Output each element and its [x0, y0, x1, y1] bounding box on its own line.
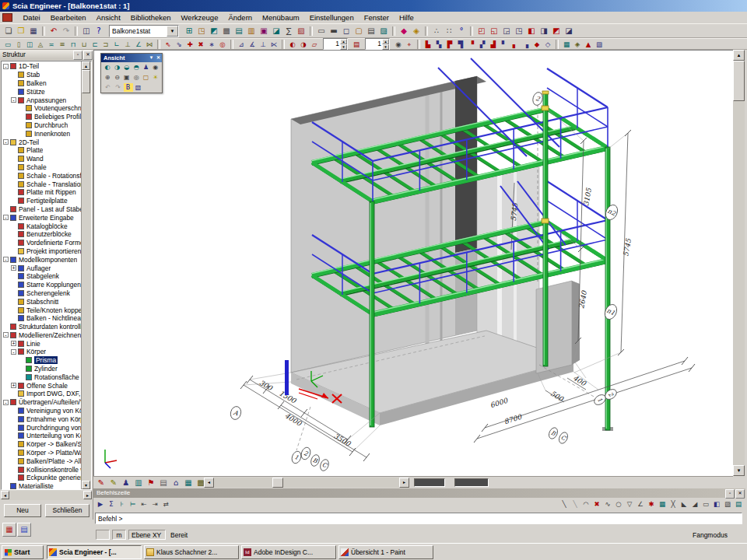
gallery-icon[interactable]: ▣	[258, 26, 270, 36]
view-y-icon[interactable]: ◑	[113, 63, 121, 72]
perpendicular-icon[interactable]: ⊥	[123, 40, 133, 49]
tree-item-label[interactable]: Platte	[26, 146, 43, 154]
tree-item[interactable]: Körper -> Platte/War	[2, 449, 81, 457]
next-view-icon[interactable]: ↷	[114, 83, 123, 92]
clipboard-icon[interactable]: ▩	[221, 26, 233, 36]
window-cascade-icon[interactable]: ◧	[526, 26, 538, 36]
tree-item-label[interactable]: Materialliste	[19, 482, 54, 490]
prev-view-icon[interactable]: ↶	[103, 83, 113, 92]
stack-icon[interactable]: ≡	[58, 40, 68, 49]
tree-item-label[interactable]: Entnahme von Körpe	[26, 415, 81, 423]
scroll-up-icon[interactable]: ▴	[733, 50, 745, 61]
collapse-icon[interactable]: -	[3, 257, 9, 262]
view-settings-icon[interactable]: ◩	[209, 26, 220, 36]
half-circle-icon[interactable]: ◐	[288, 40, 298, 49]
taskbar-task[interactable]: Klaus Schachner 2...	[144, 545, 239, 559]
menu-fenster[interactable]: Fenster	[359, 13, 394, 22]
member-3-icon[interactable]: ▛	[445, 40, 455, 49]
tree-item-label[interactable]: Voutenquerschnitt	[34, 104, 81, 112]
cap-bottom-icon[interactable]: ⊔	[79, 40, 89, 49]
tree-item-label[interactable]: Durchdringung von K	[26, 424, 81, 432]
menu-bibliotheken[interactable]: Bibliotheken	[125, 13, 176, 22]
panel-tab-secondary[interactable]: ▤	[17, 523, 31, 537]
axis-x-icon[interactable]: ⊦	[117, 499, 128, 509]
magnifier-icon[interactable]: ◉	[151, 63, 160, 72]
spinner-up-icon[interactable]: ▴	[382, 39, 389, 44]
clipping-box-icon[interactable]: ▢	[142, 73, 150, 82]
menu-ansicht[interactable]: Ansicht	[91, 13, 125, 22]
scroll-right-icon[interactable]: ▸	[399, 478, 409, 488]
new-file-icon[interactable]: ❏	[3, 26, 15, 36]
tree-item-label[interactable]: Anpassungen	[26, 96, 66, 104]
tree-item[interactable]: Strukturdaten kontrollier	[2, 323, 81, 331]
grid-small-icon[interactable]: ▦	[183, 478, 195, 488]
units-icon[interactable]: °	[456, 26, 468, 36]
tree-item-label[interactable]: Auflager	[26, 264, 51, 272]
tree-item-label[interactable]: Fertigteilplatte	[26, 197, 68, 205]
tree-item-label[interactable]: Stabschnitt	[26, 298, 58, 306]
window-tile-icon[interactable]: ◨	[538, 26, 550, 36]
member-1-icon[interactable]: ▙	[423, 40, 433, 49]
tree-item[interactable]: Balken - Nichtlinearit	[2, 314, 81, 323]
model-viewport[interactable]: 5745 3105 2640 5745	[93, 50, 733, 476]
document-gallery-icon[interactable]: ▢	[353, 26, 365, 36]
taskbar-task[interactable]: Übersicht 1 - Paint	[338, 545, 433, 559]
zoom-all-icon[interactable]: ◎	[132, 73, 140, 82]
scrollbar-thumb[interactable]	[272, 478, 283, 488]
tree-item[interactable]: Katalogblöcke	[2, 222, 81, 230]
render-settings-icon[interactable]: B	[124, 83, 133, 92]
tree-item[interactable]: +Offene Schale	[2, 381, 81, 390]
open-file-icon[interactable]: ❐	[16, 26, 27, 36]
spinner-down-icon[interactable]: ▾	[340, 44, 347, 50]
shading-icon[interactable]: ▧	[134, 83, 143, 92]
tree-item-label[interactable]: Zylinder	[34, 365, 58, 373]
select-down-icon[interactable]: ⇘	[174, 40, 184, 49]
spinner-up-icon[interactable]: ▴	[340, 39, 347, 44]
results-icon[interactable]: ▧	[296, 26, 307, 36]
swap-icon[interactable]: ⇄	[161, 499, 171, 509]
collapse-icon[interactable]: -	[11, 97, 16, 103]
window-new-icon[interactable]: ◪	[563, 26, 575, 36]
tree-item[interactable]: -Modellkomponenten	[2, 255, 81, 264]
tree-item-label[interactable]: Beliebiges Profil	[34, 113, 81, 121]
scroll-up-icon[interactable]: ▴	[82, 61, 90, 70]
diamond-view-icon[interactable]: ◈	[573, 40, 583, 49]
tree-item[interactable]: -1D-Teil	[2, 62, 81, 71]
tree-item-label[interactable]: Vordefinierte Former	[26, 239, 81, 247]
collapse-icon[interactable]: -	[3, 64, 9, 69]
menu-bearbeiten[interactable]: Bearbeiten	[45, 13, 91, 22]
status-unit[interactable]: m	[112, 530, 126, 540]
member-10-icon[interactable]: ▗	[521, 40, 531, 49]
tree-item-label[interactable]: Import DWG, DXF, V	[26, 390, 81, 397]
export-icon[interactable]: ▨	[378, 26, 390, 36]
tree-item[interactable]: Körper -> Balken/Stü	[2, 440, 81, 449]
collapse-icon[interactable]: -	[3, 400, 9, 405]
beam-tool-2-icon[interactable]: ▯	[14, 40, 24, 49]
spinner-down-icon[interactable]: ▾	[382, 44, 389, 50]
tree-item-label[interactable]: Stab	[26, 71, 40, 79]
join-icon[interactable]: ⋈	[145, 40, 155, 49]
tree-item-label[interactable]: Benutzerblöcke	[26, 230, 72, 238]
delete-node-icon[interactable]: ✖	[196, 40, 206, 49]
arc-icon[interactable]: ◠	[581, 499, 591, 509]
tree-item-label[interactable]: Modellieren/Zeichnen	[19, 331, 81, 339]
active-layer-icon[interactable]: ▤	[352, 40, 362, 49]
tree-item-label[interactable]: Körper -> Balken/Stü	[26, 440, 81, 448]
tree-item[interactable]: Benutzerblöcke	[2, 230, 81, 239]
scroll-down-icon[interactable]: ▾	[82, 481, 90, 489]
schliessen-button[interactable]: Schließen	[45, 504, 89, 517]
close-icon[interactable]: ✕	[735, 489, 745, 499]
tree-item-label[interactable]: Durchbruch	[34, 121, 68, 129]
tree-item-label[interactable]: Strukturdaten kontrollier	[19, 323, 81, 331]
member-12-icon[interactable]: ◇	[543, 40, 553, 49]
tree-item[interactable]: +Auflager	[2, 264, 81, 272]
tree-item[interactable]: -Erweiterte Eingabe	[2, 213, 81, 222]
tree-item[interactable]: -2D-Teil	[2, 138, 81, 146]
tree-item-label[interactable]: Übertragen/Aufteilen/Ve	[19, 398, 81, 406]
menu-datei[interactable]: Datei	[18, 13, 45, 22]
tree-item-label[interactable]: 2D-Teil	[19, 138, 39, 146]
tree-item-label[interactable]: Schale - Translation	[26, 180, 81, 188]
grid-snap-2-icon[interactable]: ▦	[658, 499, 668, 509]
undo-icon[interactable]: ↶	[48, 26, 60, 36]
menu-menübaum[interactable]: Menübaum	[258, 13, 305, 22]
